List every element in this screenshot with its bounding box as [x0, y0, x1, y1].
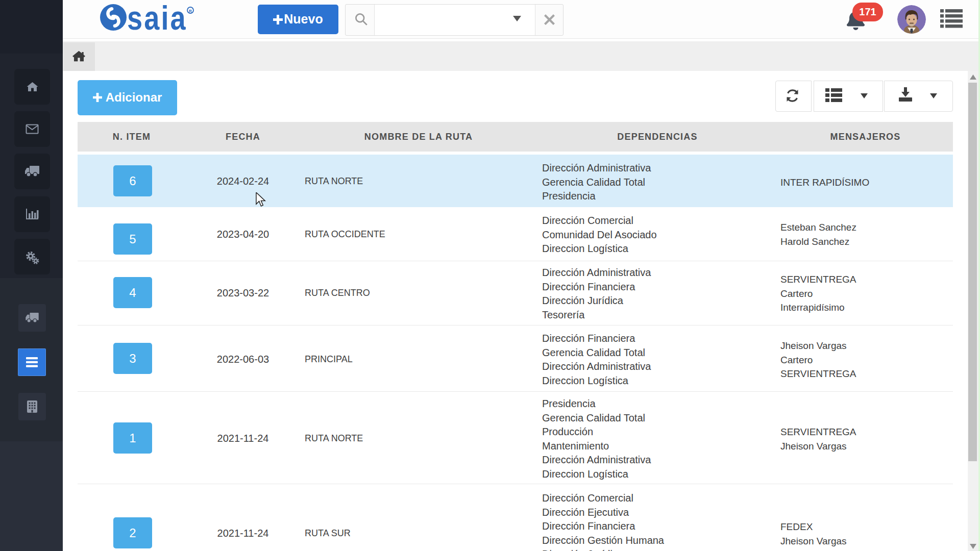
svg-text:R: R	[189, 9, 192, 13]
svg-text:saia: saia	[127, 4, 187, 32]
